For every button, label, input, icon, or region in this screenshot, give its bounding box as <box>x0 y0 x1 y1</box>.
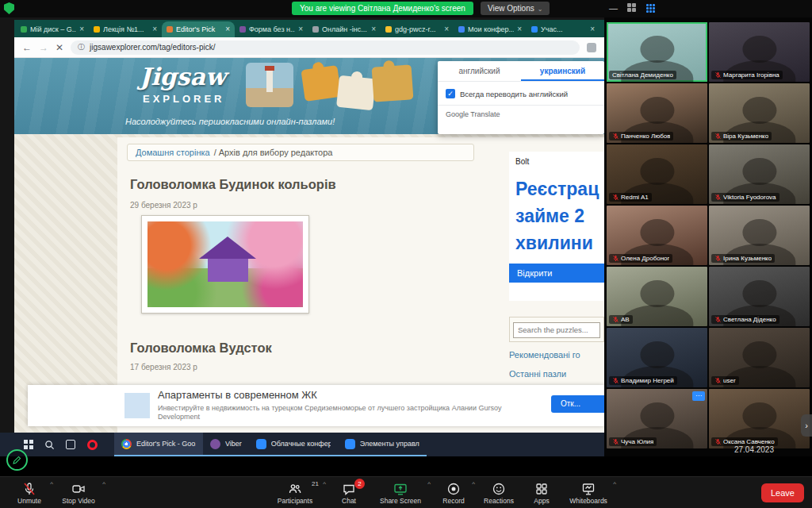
bolt-ad[interactable]: Bolt Реєстрац займе 2 хвилини Відкрити <box>509 152 604 301</box>
participant-tile[interactable]: Віра Кузьменко <box>709 83 810 143</box>
menu-caret-icon[interactable]: ^ <box>613 480 616 487</box>
apartment-ad-banner[interactable]: Апартаменты в современном ЖК Инвестируйт… <box>28 385 604 426</box>
participant-tile[interactable]: Оксана Савченко <box>709 389 810 448</box>
forward-icon[interactable]: → <box>39 43 48 52</box>
browser-tab[interactable]: Лекція №1...× <box>89 21 162 37</box>
puzzle-thumbnail-1[interactable] <box>141 215 309 314</box>
tab-close-icon[interactable]: × <box>152 25 157 33</box>
record-icon <box>446 482 461 496</box>
toolbar-reactions-button[interactable]: Reactions <box>476 479 522 507</box>
breadcrumb-home-link[interactable]: Домашня сторінка <box>136 148 210 157</box>
sidebar-link-latest[interactable]: Останні пазли <box>509 369 566 379</box>
toolbar-whiteboards-button[interactable]: Whiteboards^ <box>561 479 615 507</box>
site-info-icon[interactable]: ⓘ <box>78 42 85 52</box>
toolbar-stop-video-button[interactable]: Stop Video^ <box>52 479 105 507</box>
post-date-2: 17 березня 2023 р <box>130 363 197 371</box>
browser-tab-strip: Мій диск – G...×Лекція №1...×Editor's Pi… <box>14 20 604 37</box>
toolbar-apps-button[interactable]: Apps <box>523 479 560 507</box>
participant-tile[interactable]: ⋯Чуча Юлия <box>607 389 707 448</box>
leave-button[interactable]: Leave <box>761 483 804 502</box>
taskbar-app[interactable]: Editor's Pick - Goo... <box>114 433 203 456</box>
participant-tile[interactable]: Viktoria Fyodorova <box>709 144 810 204</box>
tab-close-icon[interactable]: × <box>590 25 595 33</box>
checkbox-checked-icon[interactable]: ✓ <box>446 89 455 98</box>
post-title-2[interactable]: Головоломка Вудсток <box>130 341 272 356</box>
toolbar-chat-button[interactable]: Chat2 <box>328 479 370 507</box>
participant-tile[interactable]: AB <box>607 267 707 326</box>
apps-icon <box>534 482 549 496</box>
opera-icon[interactable] <box>86 439 98 450</box>
toolbar-record-button[interactable]: Record^ <box>433 479 474 507</box>
participant-tile[interactable]: Ірина Кузьменко <box>709 206 810 265</box>
tab-title: Лекція №1... <box>103 25 149 33</box>
menu-caret-icon[interactable]: ^ <box>472 480 475 487</box>
shared-screen: Мій диск – G...×Лекція №1...×Editor's Pi… <box>0 17 604 456</box>
participant-tile[interactable]: Владимир Негрей <box>607 328 707 387</box>
browser-tab[interactable]: Форма без н...× <box>235 21 308 37</box>
toolbar-unmute-button[interactable]: Unmute^ <box>6 479 52 507</box>
toolbar-label: Share Screen <box>380 497 421 505</box>
participant-tile[interactable]: Светлана Діденко <box>709 267 810 326</box>
apps-grid-icon[interactable] <box>646 4 655 13</box>
toolbar-label: Record <box>442 497 464 505</box>
next-page-icon[interactable]: › <box>801 414 812 437</box>
browser-tab[interactable]: Учас...× <box>527 21 599 37</box>
menu-caret-icon[interactable]: ^ <box>323 480 326 487</box>
tab-close-icon[interactable]: × <box>298 25 303 33</box>
tab-close-icon[interactable]: × <box>444 25 449 33</box>
web-page-content: Jigsaw EXPLORER Насолоджуйтесь першоклас… <box>14 58 604 433</box>
minimize-icon[interactable]: — <box>609 3 618 13</box>
menu-caret-icon[interactable]: ^ <box>427 480 431 487</box>
browser-tab[interactable]: Мои конфер...× <box>454 21 527 37</box>
translate-tab-english[interactable]: английский <box>438 61 521 81</box>
mic-icon <box>22 482 36 496</box>
muted-mic-icon <box>612 255 619 262</box>
taskbar-app[interactable]: Элементы управл... <box>338 433 427 456</box>
tab-title: Онлайн -інс... <box>322 25 368 33</box>
extension-puzzle-icon[interactable] <box>587 43 596 52</box>
participant-name: Viktoria Fyodorova <box>723 194 776 201</box>
view-options-button[interactable]: View Options⌄ <box>481 2 550 15</box>
tab-favicon <box>94 26 100 33</box>
menu-caret-icon[interactable]: ^ <box>102 480 105 487</box>
tile-menu-icon[interactable]: ⋯ <box>692 391 705 401</box>
puzzle-piece-image <box>336 75 376 111</box>
ad-open-button[interactable]: Отк... <box>551 395 604 413</box>
toolbar-label: Participants <box>278 497 312 505</box>
bolt-ad-open-button[interactable]: Відкрити <box>509 264 604 283</box>
translate-tab-ukrainian[interactable]: украинский <box>521 61 604 81</box>
tab-close-icon[interactable]: × <box>517 25 522 33</box>
always-translate-row[interactable]: ✓ Всегда переводить английский <box>438 82 604 105</box>
toolbar-participants-button[interactable]: Participants^21 <box>265 479 325 507</box>
tab-close-icon[interactable]: × <box>79 25 84 33</box>
task-view-icon[interactable] <box>65 439 76 450</box>
post-title-1[interactable]: Головоломка Будинок кольорів <box>130 177 336 192</box>
back-icon[interactable]: ← <box>22 43 32 52</box>
browser-tab[interactable]: Editor's Pick× <box>162 21 235 37</box>
stop-loading-icon[interactable]: ✕ <box>56 43 63 52</box>
participant-tile[interactable]: Панченко Любов <box>607 83 707 143</box>
gallery-view-icon[interactable] <box>627 3 637 13</box>
participant-tile[interactable]: Маргарита Ігорівна <box>709 22 810 82</box>
taskbar-app[interactable]: Облачные конфер... <box>249 433 338 456</box>
sidebar-link-recommended[interactable]: Рекомендовані го <box>509 350 580 360</box>
taskbar-app[interactable]: Viber <box>203 433 249 456</box>
site-logo[interactable]: Jigsaw <box>140 63 226 90</box>
participant-tile[interactable]: Світлана Демиденко <box>607 22 707 82</box>
start-button[interactable] <box>24 440 33 449</box>
annotation-pencil-button[interactable] <box>6 449 28 471</box>
tab-close-icon[interactable]: × <box>371 25 376 33</box>
tab-favicon <box>312 26 319 33</box>
participant-tile[interactable]: Redmi A1 <box>607 144 707 204</box>
browser-tab[interactable]: Онлайн -інс...× <box>308 21 381 37</box>
participant-tile[interactable]: user <box>709 328 810 387</box>
taskbar-search-icon[interactable] <box>44 439 55 450</box>
puzzle-search-input[interactable] <box>513 322 600 338</box>
toolbar-share-screen-button[interactable]: Share Screen^ <box>371 479 430 507</box>
browser-tab[interactable]: Мій диск – G...× <box>16 21 89 37</box>
browser-tab[interactable]: gdg-pwcz-r...× <box>381 21 454 37</box>
address-bar[interactable]: ⓘ jigsawexplorer.com/tag/editors-pick/ <box>71 40 580 55</box>
participant-name: Світлана Демиденко <box>612 71 673 79</box>
participant-tile[interactable]: Олена Дробоног <box>607 206 707 265</box>
tab-close-icon[interactable]: × <box>225 25 230 33</box>
